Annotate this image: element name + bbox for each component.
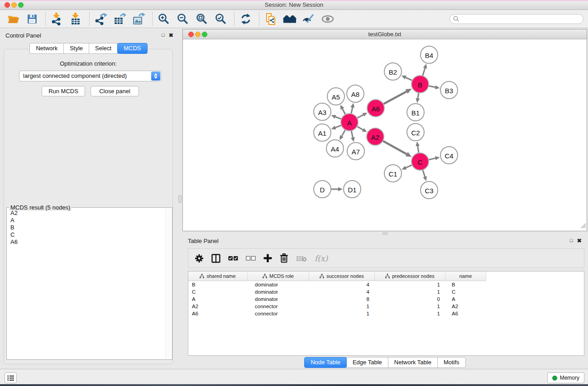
cell-predecessor-nodes: 1: [375, 304, 445, 309]
show-graphics-details-icon[interactable]: [302, 12, 316, 26]
tab-edge-table[interactable]: Edge Table: [346, 357, 388, 368]
unselect-all-columns-icon[interactable]: [246, 255, 256, 262]
refresh-icon[interactable]: [239, 12, 253, 26]
graph-edge-B-B1[interactable]: [418, 93, 419, 99]
table-toolbar: f(x): [188, 248, 584, 268]
criterion-dropdown-value: largest connected component (directed): [23, 72, 127, 79]
tab-select[interactable]: Select: [89, 43, 118, 54]
tab-style[interactable]: Style: [63, 43, 89, 54]
select-all-columns-icon[interactable]: [228, 255, 238, 262]
cell-successor-nodes: 4: [309, 289, 375, 295]
mcds-result-item[interactable]: A6: [8, 238, 165, 246]
graph-edge-C-C1[interactable]: [406, 165, 412, 168]
node-table[interactable]: shared nameMCDS rolesuccessor nodesprede…: [188, 271, 584, 356]
tab-node-table[interactable]: Node Table: [304, 357, 347, 368]
graph-edge-A-A5[interactable]: [342, 109, 345, 114]
graph-edge-A-A6[interactable]: [357, 115, 363, 118]
tab-network[interactable]: Network: [29, 43, 64, 54]
run-mcds-button[interactable]: Run MCDS: [42, 86, 85, 96]
mcds-result-item[interactable]: C: [8, 231, 165, 238]
show-columns-icon[interactable]: [211, 254, 220, 263]
export-table-icon[interactable]: [113, 12, 127, 26]
tab-motifs[interactable]: Motifs: [437, 357, 466, 368]
mcds-result-item[interactable]: A: [8, 217, 165, 224]
application-window: Session: New Session: [0, 0, 588, 386]
window-resize-grip[interactable]: [580, 222, 586, 230]
task-history-button[interactable]: [5, 372, 17, 383]
tab-network-table[interactable]: Network Table: [388, 357, 438, 368]
table-row[interactable]: A6connector11A6: [188, 310, 584, 317]
network-canvas[interactable]: B4B2BB3A8A5A6A3B1AA1C2A2A4A7C4CC1C3DD1: [183, 39, 587, 231]
vertical-split-grip[interactable]: [178, 195, 182, 203]
graph-edge-A-A3[interactable]: [335, 117, 341, 119]
graph-edge-arrowhead: [331, 115, 336, 119]
graph-edge-C-C3[interactable]: [423, 170, 425, 176]
table-row[interactable]: Cdominator41C: [188, 288, 584, 295]
toolbar-separator: [45, 12, 46, 26]
zoom-in-icon[interactable]: [157, 12, 171, 26]
table-row[interactable]: Adominator80A: [188, 295, 584, 303]
graph-edge-C-C2[interactable]: [418, 146, 419, 153]
graph-edge-B-B4[interactable]: [423, 68, 425, 76]
save-session-icon[interactable]: [25, 12, 39, 26]
graph-edge-A-A8[interactable]: [351, 107, 353, 114]
table-row[interactable]: A2connector11A2: [188, 303, 584, 310]
home-icon[interactable]: [283, 12, 296, 26]
memory-button[interactable]: Memory: [547, 372, 584, 383]
control-panel-tabs: NetworkStyleSelectMCDS: [0, 43, 177, 54]
graph-node-label-B3: B3: [445, 87, 453, 95]
zoom-out-icon[interactable]: [176, 12, 190, 26]
network-window-title: testGlobe.txt: [183, 31, 587, 38]
import-table-icon[interactable]: [69, 12, 83, 26]
graph-edge-A-A7[interactable]: [351, 131, 353, 138]
graph-node-label-A7: A7: [352, 148, 360, 156]
eye-icon[interactable]: [321, 12, 335, 26]
delete-row-icon[interactable]: [280, 253, 288, 263]
graph-edge-A2-C[interactable]: [383, 141, 407, 154]
mcds-result-item[interactable]: A2: [8, 210, 165, 217]
clone-network-icon[interactable]: [264, 12, 277, 26]
graph-edge-A6-B[interactable]: [383, 91, 406, 104]
graph-edge-B-B2[interactable]: [406, 77, 412, 81]
graph-node-label-D1: D1: [348, 186, 356, 194]
table-row[interactable]: Bdominator41B: [188, 281, 584, 288]
tab-mcds[interactable]: MCDS: [117, 43, 147, 54]
add-row-icon[interactable]: [263, 254, 272, 262]
mcds-list-scrollbar[interactable]: [165, 208, 172, 359]
import-network-icon[interactable]: [50, 12, 64, 26]
zoom-selected-icon[interactable]: [214, 12, 228, 26]
criterion-dropdown[interactable]: largest connected component (directed): [19, 71, 161, 81]
cell-name: A: [445, 296, 486, 302]
zoom-fit-icon[interactable]: [195, 12, 209, 26]
column-header-predecessor-nodes[interactable]: predecessor nodes: [375, 272, 445, 281]
column-settings-gear-icon[interactable]: [195, 254, 204, 263]
graph-node-label-D: D: [320, 186, 325, 194]
column-header-name[interactable]: name: [445, 272, 486, 281]
graph-edge-A-A4[interactable]: [342, 130, 345, 136]
close-table-panel-icon[interactable]: ✖: [577, 238, 582, 244]
horizontal-split-grip[interactable]: [382, 232, 388, 235]
export-network-icon[interactable]: [94, 12, 108, 26]
close-panel-button[interactable]: Close panel: [91, 86, 139, 96]
search-input[interactable]: [449, 14, 583, 24]
table-panel-title: Table Panel: [188, 238, 219, 244]
cell-successor-nodes: 1: [309, 304, 375, 309]
column-header-MCDS-role[interactable]: MCDS role: [248, 272, 309, 281]
graph-edge-A-A1[interactable]: [335, 125, 341, 128]
float-table-panel-icon[interactable]: □: [570, 238, 573, 244]
column-header-shared-name[interactable]: shared name: [188, 272, 248, 281]
graph-edge-B-B3[interactable]: [429, 86, 435, 87]
graph-node-label-C1: C1: [388, 170, 397, 178]
column-header-successor-nodes[interactable]: successor nodes: [309, 272, 375, 281]
cell-successor-nodes: 8: [309, 296, 375, 302]
float-panel-icon[interactable]: □: [162, 32, 165, 38]
graph-edge-C-C4[interactable]: [429, 158, 435, 160]
open-file-icon[interactable]: [6, 12, 20, 26]
graph-edge-A-A2[interactable]: [357, 126, 363, 130]
mcds-result-item[interactable]: B: [8, 224, 165, 231]
memory-status-dot-icon: [552, 376, 557, 381]
cell-MCDS-role: connector: [248, 311, 309, 316]
export-image-icon[interactable]: [132, 12, 146, 26]
desktop-background-strip: [0, 384, 588, 386]
close-panel-icon[interactable]: ✖: [169, 32, 173, 38]
